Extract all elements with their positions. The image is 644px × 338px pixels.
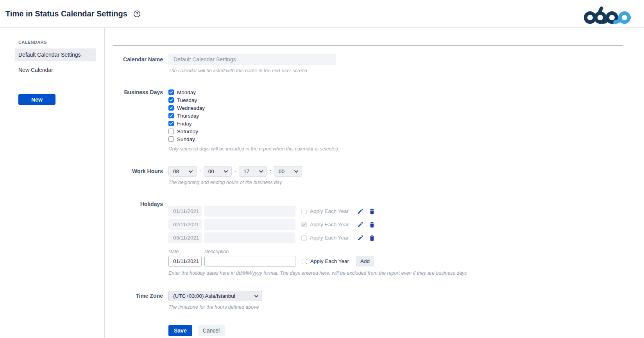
pencil-icon — [357, 208, 363, 215]
sidebar-item-default-calendar[interactable]: Default Calendar Settings — [15, 48, 96, 61]
apply-each-year-checkbox — [301, 209, 307, 214]
new-apply-each-year-checkbox[interactable] — [302, 259, 307, 264]
time-zone-label: Time Zone — [110, 291, 163, 299]
apply-each-year-checkbox — [301, 235, 307, 241]
calendar-name-label: Calendar Name — [110, 54, 163, 73]
cancel-button[interactable]: Cancel — [198, 325, 225, 336]
end-minute-select[interactable]: 00 — [274, 166, 302, 177]
holidays-helper: Enter the holiday dates here in dd/MM/yy… — [168, 270, 467, 276]
calendars-sidebar: CALENDARS Default Calendar Settings New … — [0, 28, 105, 338]
apply-each-year-label: Apply Each Year — [310, 222, 349, 227]
description-column-label: Description — [204, 249, 229, 254]
start-hour-select[interactable]: 08 — [168, 166, 197, 177]
pencil-icon — [357, 222, 363, 228]
saturday-label: Saturday — [177, 129, 198, 134]
work-hours-helper: The beginning and ending hours of the bu… — [168, 180, 302, 185]
business-days-label: Business Days — [110, 88, 163, 152]
sunday-checkbox[interactable] — [168, 136, 174, 142]
holiday-description-field — [204, 219, 295, 230]
delete-holiday-button[interactable] — [369, 235, 375, 241]
monday-label: Monday — [177, 89, 196, 95]
delete-holiday-button[interactable] — [369, 222, 375, 228]
holiday-date-field: 01/11/2021 — [168, 206, 202, 216]
chevron-down-icon — [294, 170, 298, 173]
holiday-row: 03/11/2021 Apply Each Year — [168, 232, 467, 243]
calendar-name-input[interactable]: Default Calendar Settings — [168, 54, 336, 65]
add-holiday-button[interactable]: Add — [356, 256, 374, 266]
trash-icon — [369, 235, 375, 241]
holiday-description-field — [204, 206, 295, 216]
trash-icon — [369, 208, 375, 215]
save-button[interactable]: Save — [168, 325, 192, 336]
calendar-settings-form: Calendar Name Default Calendar Settings … — [105, 54, 644, 336]
time-colon: : — [270, 168, 271, 174]
wednesday-checkbox[interactable] — [168, 105, 174, 111]
chevron-down-icon — [254, 295, 258, 297]
holiday-date-field: 02/11/2021 — [168, 219, 202, 230]
new-holiday-date-input[interactable]: 01/11/2021 — [168, 256, 202, 266]
sunday-label: Sunday — [177, 136, 195, 142]
sidebar-item-new-calendar[interactable]: New Calendar — [15, 64, 96, 77]
date-column-label: Date — [168, 249, 204, 254]
new-calendar-button[interactable]: New — [18, 94, 55, 105]
settings-panel: Calendar Name Default Calendar Settings … — [105, 28, 644, 338]
svg-text:?: ? — [136, 12, 138, 16]
apply-each-year-label: Apply Each Year — [310, 258, 349, 264]
saturday-checkbox[interactable] — [168, 129, 174, 134]
time-colon: : — [199, 168, 201, 174]
time-zone-helper: The timezone for the hours defined above — [168, 304, 262, 310]
holiday-row: 01/11/2021 Apply Each Year — [168, 206, 467, 216]
thursday-label: Thursday — [177, 113, 199, 119]
new-holiday-row: 01/11/2021 Apply Each Year Add — [168, 256, 467, 266]
holidays-label: Holidays — [110, 201, 163, 276]
actions-spacer — [110, 325, 163, 336]
help-icon[interactable]: ? — [133, 10, 141, 18]
friday-checkbox[interactable] — [168, 121, 174, 126]
holiday-row: 02/11/2021 Apply Each Year — [168, 219, 467, 230]
trash-icon — [369, 222, 375, 228]
top-divider — [113, 45, 623, 46]
apply-each-year-label: Apply Each Year — [310, 235, 349, 241]
end-hour-select[interactable]: 17 — [239, 166, 267, 177]
chevron-down-icon — [189, 170, 193, 173]
page-title: Time in Status Calendar Settings — [5, 9, 127, 18]
time-zone-select[interactable]: (UTC+03:00) Asia/Istanbul — [168, 291, 262, 301]
work-hours-label: Work Hours — [110, 166, 163, 174]
holiday-date-field: 03/11/2021 — [168, 232, 202, 243]
chevron-down-icon — [259, 170, 263, 173]
holiday-description-field — [204, 232, 295, 243]
start-minute-select[interactable]: 00 — [204, 166, 232, 177]
thursday-checkbox[interactable] — [168, 113, 174, 118]
monday-checkbox[interactable] — [168, 89, 174, 95]
calendar-name-helper: The calendar will be listed with this na… — [168, 68, 336, 73]
friday-label: Friday — [177, 121, 192, 127]
business-days-helper: Only selected days will be included in t… — [168, 146, 338, 152]
obss-logo — [582, 6, 637, 26]
edit-holiday-button[interactable] — [357, 208, 363, 215]
tuesday-checkbox[interactable] — [168, 97, 174, 103]
pencil-icon — [357, 235, 363, 241]
wednesday-label: Wednesday — [177, 105, 205, 111]
page-header: Time in Status Calendar Settings ? — [0, 0, 644, 28]
edit-holiday-button[interactable] — [357, 222, 363, 228]
calendar-list: Default Calendar Settings New Calendar — [15, 48, 96, 76]
delete-holiday-button[interactable] — [369, 208, 375, 215]
calendars-section-label: CALENDARS — [18, 40, 104, 45]
apply-each-year-label: Apply Each Year — [310, 208, 349, 214]
time-dash: - — [234, 168, 236, 174]
apply-each-year-checkbox — [301, 222, 307, 227]
new-holiday-description-input[interactable] — [204, 256, 295, 266]
chevron-down-icon — [224, 170, 228, 173]
tuesday-label: Tuesday — [177, 97, 197, 103]
edit-holiday-button[interactable] — [357, 235, 363, 241]
